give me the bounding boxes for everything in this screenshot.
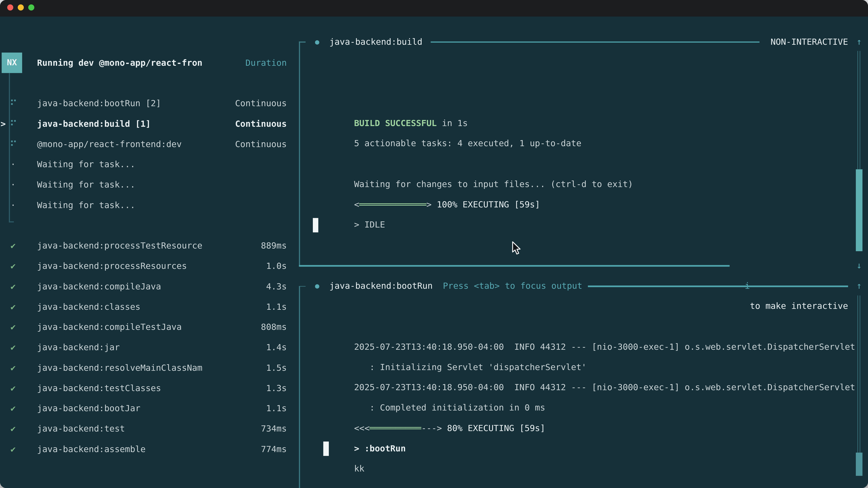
scrollbar-thumb[interactable] bbox=[856, 453, 862, 476]
log-line: : Initializing Servlet 'dispatcherServle… bbox=[313, 337, 848, 357]
task-duration: 1.4s bbox=[266, 337, 287, 358]
task-row-completed[interactable]: ✔ java-backend:classes 1.1s bbox=[0, 297, 293, 317]
task-row-completed[interactable]: ✔ java-backend:testClasses 1.3s bbox=[0, 378, 293, 398]
log-line: : Completed initialization in 0 ms bbox=[313, 378, 848, 398]
maximize-window-icon[interactable] bbox=[28, 4, 34, 10]
task-duration: 734ms bbox=[261, 419, 287, 439]
scrollbar-thumb[interactable] bbox=[856, 169, 862, 251]
bullet-icon: · bbox=[11, 155, 16, 175]
task-label: @mono-app/react-frontend:dev bbox=[37, 134, 182, 155]
task-duration: 1.5s bbox=[266, 358, 287, 378]
non-interactive-badge: NON-INTERACTIVE bbox=[771, 32, 848, 52]
check-icon: ✔ bbox=[11, 398, 16, 419]
keyboard-hints: quit: q help: ? bbox=[199, 480, 287, 488]
task-label: java-backend:assemble bbox=[37, 439, 146, 459]
task-row-waiting: · Waiting for task... bbox=[0, 195, 293, 216]
terminal-window: NX Running dev @mono-app/react-fron Dura… bbox=[0, 0, 868, 488]
log-line: 2025-07-23T13:40:18.950-04:00 INFO 44312… bbox=[313, 317, 848, 337]
task-duration: 774ms bbox=[261, 439, 287, 459]
bullet-icon: · bbox=[11, 195, 16, 216]
build-panel-footer: i to make interactive bbox=[313, 256, 848, 276]
task-row-completed[interactable]: ✔ java-backend:assemble 774ms bbox=[0, 439, 293, 459]
task-duration: 1.3s bbox=[266, 378, 287, 398]
task-row-completed[interactable]: ✔ java-backend:test 734ms bbox=[0, 419, 293, 439]
task-duration: 889ms bbox=[261, 236, 287, 256]
bootrun-prompt-line: > :bootRun bbox=[313, 418, 848, 438]
selected-caret-icon: > bbox=[0, 114, 6, 134]
build-panel-title: java-backend:build bbox=[329, 32, 422, 52]
task-status: Continuous bbox=[235, 114, 287, 134]
duration-column-header: Duration bbox=[246, 53, 287, 73]
bootrun-panel-corner bbox=[299, 286, 305, 287]
task-row-completed[interactable]: ✔ java-backend:compileJava 4.3s bbox=[0, 276, 293, 297]
sidebar-title: Running dev @mono-app/react-fron bbox=[37, 53, 202, 73]
scroll-up-icon[interactable]: ↑ bbox=[855, 35, 864, 49]
scrollbar-track[interactable] bbox=[857, 295, 860, 453]
sidebar-header: Running dev @mono-app/react-fron Duratio… bbox=[0, 53, 293, 73]
build-summary-line: 5 actionable tasks: 4 executed, 1 up-to-… bbox=[313, 113, 848, 133]
typed-input: kk bbox=[354, 464, 365, 474]
task-row-completed[interactable]: ✔ java-backend:jar 1.4s bbox=[0, 337, 293, 358]
minimize-window-icon[interactable] bbox=[18, 4, 24, 10]
build-idle-line: > IDLE bbox=[313, 195, 848, 215]
bullet-icon: · bbox=[11, 175, 16, 195]
focus-output-hint[interactable]: Press <tab> to focus output bbox=[443, 276, 582, 296]
task-label: java-backend:bootRun [2] bbox=[37, 94, 161, 114]
build-progress-line: <═════════════>100% EXECUTING [59s] bbox=[313, 174, 848, 195]
task-label: java-backend:testClasses bbox=[37, 378, 161, 398]
check-icon: ✔ bbox=[11, 276, 16, 297]
task-row-completed[interactable]: ✔ java-backend:resolveMainClassNam 1.5s bbox=[0, 358, 293, 378]
bootrun-panel-header[interactable]: ● java-backend:bootRun Press <tab> to fo… bbox=[313, 276, 848, 296]
task-duration: 1.0s bbox=[266, 256, 287, 276]
build-summary: 5 actionable tasks: 4 executed, 1 up-to-… bbox=[354, 138, 582, 149]
check-icon: ✔ bbox=[11, 439, 16, 459]
task-duration: 4.3s bbox=[266, 276, 287, 297]
task-label: java-backend:bootJar bbox=[37, 398, 141, 419]
scroll-down-icon[interactable]: ↓ bbox=[855, 485, 864, 488]
scrollbar-track[interactable] bbox=[857, 51, 860, 169]
build-panel-left-border bbox=[299, 41, 300, 266]
window-titlebar[interactable] bbox=[0, 0, 868, 17]
terminal-cursor bbox=[323, 442, 329, 456]
bootrun-input-line[interactable]: kk bbox=[313, 438, 848, 459]
waiting-label: Waiting for task... bbox=[37, 175, 135, 195]
scroll-down-icon[interactable]: ↓ bbox=[855, 258, 864, 273]
screen: NX Running dev @mono-app/react-fron Dura… bbox=[0, 0, 868, 488]
check-icon: ✔ bbox=[11, 256, 16, 276]
task-row-waiting: · Waiting for task... bbox=[0, 175, 293, 195]
build-waiting-line: Waiting for changes to input files... (c… bbox=[313, 154, 848, 174]
spinner-icon bbox=[11, 120, 13, 122]
task-label: java-backend:compileJava bbox=[37, 276, 161, 297]
log-line: 2025-07-23T13:40:18.950-04:00 INFO 44312… bbox=[313, 357, 848, 378]
close-window-icon[interactable] bbox=[7, 4, 13, 10]
task-row-completed[interactable]: ✔ java-backend:bootJar 1.1s bbox=[0, 398, 293, 419]
check-icon: ✔ bbox=[11, 317, 16, 337]
bootrun-panel-left-border bbox=[299, 286, 300, 488]
task-row-frontend-dev[interactable]: @mono-app/react-frontend:dev Continuous bbox=[0, 134, 293, 155]
task-list-sidebar: Running dev @mono-app/react-fron Duratio… bbox=[0, 53, 293, 488]
task-status: Continuous bbox=[235, 94, 287, 114]
check-icon: ✔ bbox=[11, 337, 16, 358]
scroll-up-icon[interactable]: ↑ bbox=[855, 279, 864, 293]
task-row-build-selected[interactable]: > java-backend:build [1] Continuous bbox=[0, 114, 293, 134]
task-label: java-backend:classes bbox=[37, 297, 141, 317]
pagination: ← 1/2 → bbox=[4, 480, 77, 488]
task-row-bootrun[interactable]: java-backend:bootRun [2] Continuous bbox=[0, 94, 293, 114]
check-icon: ✔ bbox=[11, 236, 16, 256]
sidebar-footer: ← 1/2 → quit: q help: ? bbox=[0, 480, 293, 488]
task-row-completed[interactable]: ✔ java-backend:compileTestJava 808ms bbox=[0, 317, 293, 337]
task-row-waiting: · Waiting for task... bbox=[0, 155, 293, 175]
task-label: java-backend:processTestResource bbox=[37, 236, 202, 256]
task-row-completed[interactable]: ✔ java-backend:processTestResource 889ms bbox=[0, 236, 293, 256]
check-icon: ✔ bbox=[11, 297, 16, 317]
task-duration: 1.1s bbox=[266, 297, 287, 317]
task-row-completed[interactable]: ✔ java-backend:processResources 1.0s bbox=[0, 256, 293, 276]
waiting-label: Waiting for task... bbox=[37, 155, 135, 175]
task-label: java-backend:compileTestJava bbox=[37, 317, 182, 337]
check-icon: ✔ bbox=[11, 419, 16, 439]
task-label: java-backend:jar bbox=[37, 337, 120, 358]
task-bullet-icon: ● bbox=[315, 276, 319, 296]
check-icon: ✔ bbox=[11, 378, 16, 398]
build-panel-header[interactable]: ● java-backend:build NON-INTERACTIVE bbox=[313, 32, 848, 52]
terminal-content: NX Running dev @mono-app/react-fron Dura… bbox=[0, 17, 868, 488]
